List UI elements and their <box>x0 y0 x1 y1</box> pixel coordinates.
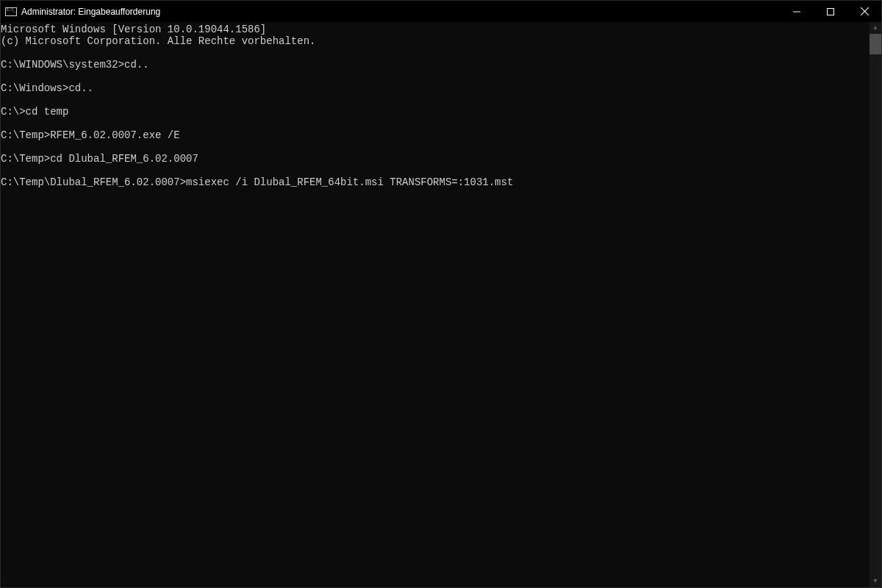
terminal-line <box>1 47 870 59</box>
scroll-up-icon[interactable]: ▲ <box>870 22 881 34</box>
maximize-icon <box>827 8 834 15</box>
terminal-line: C:\Windows>cd.. <box>1 82 870 94</box>
window-title: Administrator: Eingabeaufforderung <box>21 7 160 17</box>
minimize-icon <box>793 8 800 15</box>
command-prompt-window: Administrator: Eingabeaufforderung Micro… <box>0 0 882 588</box>
terminal-line: Microsoft Windows [Version 10.0.19044.15… <box>1 24 870 35</box>
terminal-output[interactable]: Microsoft Windows [Version 10.0.19044.15… <box>1 22 870 587</box>
terminal-line <box>1 118 870 129</box>
close-button[interactable] <box>847 1 881 22</box>
title-left: Administrator: Eingabeaufforderung <box>1 1 780 22</box>
window-controls <box>780 1 881 22</box>
scroll-down-icon[interactable]: ▼ <box>870 576 881 587</box>
terminal-line <box>1 141 870 153</box>
client-area: Microsoft Windows [Version 10.0.19044.15… <box>1 22 881 587</box>
terminal-line: C:\>cd temp <box>1 106 870 118</box>
terminal-line <box>1 94 870 106</box>
terminal-line: C:\Temp>RFEM_6.02.0007.exe /E <box>1 129 870 141</box>
terminal-line: C:\Temp\Dlubal_RFEM_6.02.0007>msiexec /i… <box>1 176 870 188</box>
vertical-scrollbar[interactable]: ▲ ▼ <box>870 22 881 587</box>
terminal-line: (c) Microsoft Corporation. Alle Rechte v… <box>1 35 870 47</box>
titlebar[interactable]: Administrator: Eingabeaufforderung <box>1 1 881 22</box>
svg-rect-1 <box>828 8 834 15</box>
close-icon <box>861 7 869 15</box>
terminal-line: C:\WINDOWS\system32>cd.. <box>1 59 870 71</box>
minimize-button[interactable] <box>780 1 814 22</box>
terminal-line: C:\Temp>cd Dlubal_RFEM_6.02.0007 <box>1 153 870 165</box>
terminal-line <box>1 71 870 82</box>
terminal-line <box>1 165 870 176</box>
scroll-thumb[interactable] <box>870 34 881 54</box>
maximize-button[interactable] <box>814 1 847 22</box>
cmd-icon <box>5 7 17 16</box>
